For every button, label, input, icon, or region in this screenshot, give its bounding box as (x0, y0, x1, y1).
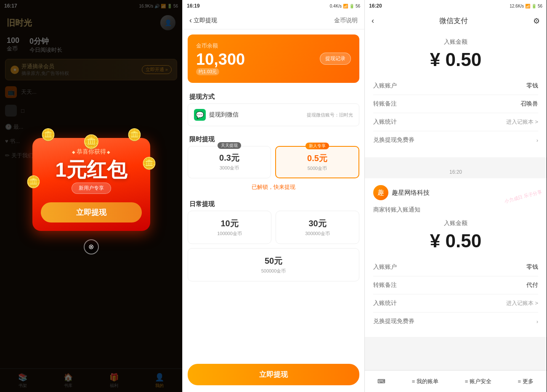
limited-title: 限时提现 (183, 130, 364, 146)
coin-deco-center: 🪙 (83, 134, 100, 150)
account-row-2: 入账账户 零钱 (373, 258, 538, 276)
card-newuser[interactable]: 新人专享 0.5元 5000金币 (275, 146, 359, 178)
card-daily[interactable]: 天天提现 0.3元 3000金币 (188, 146, 271, 178)
wechat-icon: 💬 (194, 109, 206, 121)
status-bar-3: 16:20 12.6K/s 📶 🔋 56 (365, 0, 547, 12)
signal-2: 0.4K/s 📶 🔋 56 (330, 4, 360, 8)
record-button[interactable]: 提现记录 (320, 53, 351, 65)
nav-security[interactable]: = 账户安全 (465, 378, 491, 385)
nav-keyboard[interactable]: ⌨ (377, 378, 385, 384)
signal-3: 12.6K/s 📶 🔋 56 (510, 4, 542, 8)
daily-title: 日常提现 (183, 195, 364, 211)
p3-topbar: ‹ 微信支付 ⚙ (365, 12, 547, 30)
exchange-row-1[interactable]: 兑换提现免费券 › (373, 131, 538, 149)
daily-grid: 10元 100000金币 30元 300000金币 (188, 211, 359, 244)
merchant-name: 趣星网络科技 (392, 189, 430, 197)
redpacket-card: 🪙 🪙 🪙 🪙 🪙 恭喜你获得 1元红包 新用户专享 立即提现 (32, 138, 150, 231)
p3-bottom-nav: ⌨ = 我的账单 = 账户安全 = 更多 (364, 370, 547, 392)
back-arrow-icon: ‹ (189, 16, 192, 25)
exchange-arrow-1: › (536, 137, 538, 143)
coin-side-left: 🪙 (26, 175, 41, 189)
amount-big-1: ¥ 0.50 (373, 49, 538, 70)
daily-card-50[interactable]: 50元 500000金币 (188, 248, 359, 281)
time-2: 16:19 (187, 3, 200, 9)
divider-1 (365, 162, 547, 166)
coin-deco-left: 🪙 (41, 128, 56, 142)
amount-label-1: 入账金额 (373, 38, 538, 46)
balance-card: 金币余额 10,300 约1.03元 提现记录 (188, 34, 359, 83)
time-divider: 16:20 (365, 166, 547, 178)
p3-title: 微信支付 (439, 16, 468, 26)
redpacket-withdraw-button[interactable]: 立即提现 (41, 202, 142, 222)
unlocked-text: 已解锁，快来提现 (183, 183, 364, 191)
stat-row-2: 入账统计 进入记账本 > (373, 294, 538, 313)
notification-text: 商家转账入账通知 (373, 206, 538, 214)
coin-side-right: 🪙 (142, 156, 157, 170)
ledger-link-2[interactable]: 进入记账本 > (506, 299, 538, 307)
coin-description-link[interactable]: 金币说明 (334, 17, 358, 24)
redpacket-overlay: 🪙 🪙 🪙 🪙 🪙 恭喜你获得 1元红包 新用户专享 立即提现 ⊗ (0, 0, 182, 392)
back-button[interactable]: ‹ 立即提现 (189, 16, 217, 25)
time-3: 16:20 (369, 3, 382, 9)
card2-coins: 5000金币 (280, 165, 354, 172)
daily-card-10[interactable]: 10元 100000金币 (188, 211, 271, 244)
coin-deco-right: 🪙 (127, 128, 142, 142)
merchant-card: 趣 趣星网络科技 商家转账入账通知 入账金额 ¥ 0.50 入账账户 零钱 转账… (365, 178, 547, 337)
withdraw-method-title: 提现方式 (183, 88, 364, 103)
settings-icon[interactable]: ⚙ (533, 16, 540, 26)
amount-big-2: ¥ 0.50 (373, 230, 538, 252)
amount-label-2: 入账金额 (373, 220, 538, 227)
remark-row-1: 转账备注 召唤兽 (373, 95, 538, 113)
nav-bill[interactable]: = 我的账单 (412, 378, 438, 385)
withdraw-button[interactable]: 立即提现 (188, 364, 359, 385)
panel3: 16:20 12.6K/s 📶 🔋 56 ‹ 微信支付 ⚙ 入账金额 ¥ 0.5… (364, 0, 547, 392)
panel2: 16:19 0.4K/s 📶 🔋 56 ‹ 立即提现 金币说明 金币余额 10,… (182, 0, 364, 392)
wechat-method[interactable]: 💬 提现到微信 提现微信账号：旧时光 (188, 103, 359, 126)
remark-row-2: 转账备注 代付 (373, 276, 538, 294)
close-button[interactable]: ⊗ (84, 239, 99, 254)
card1-coins: 3000金币 (192, 165, 266, 171)
card2-amount: 0.5元 (280, 153, 354, 164)
card1-amount: 0.3元 (192, 152, 266, 164)
redpacket-badge: 新用户专享 (72, 183, 111, 194)
merchant-logo: 趣 (373, 185, 388, 200)
daily-card-30[interactable]: 30元 300000金币 (276, 211, 359, 244)
stat-row-1: 入账统计 进入记账本 > (373, 113, 538, 131)
panel1: 16:17 16.9K/s 🔊 📶 🔋 56 旧时光 👤 100 金币 0分钟 … (0, 0, 182, 392)
p3-back-button[interactable]: ‹ (372, 16, 374, 25)
status-bar-2: 16:19 0.4K/s 📶 🔋 56 (183, 0, 364, 12)
card-badge-1: 天天提现 (218, 142, 241, 149)
card-badge-2: 新人专享 (305, 143, 329, 149)
ledger-link-1[interactable]: 进入记账本 > (506, 118, 538, 126)
p2-topbar: ‹ 立即提现 金币说明 (183, 12, 364, 29)
limited-cards: 天天提现 0.3元 3000金币 新人专享 0.5元 5000金币 (188, 146, 359, 178)
nav-more[interactable]: = 更多 (518, 378, 533, 385)
exchange-arrow-2: › (536, 318, 538, 325)
exchange-row-2[interactable]: 兑换提现免费券 › (373, 313, 538, 330)
payment-card-1: 入账金额 ¥ 0.50 入账账户 零钱 转账备注 召唤兽 入账统计 进入记账本 … (365, 30, 547, 157)
account-row-1: 入账账户 零钱 (373, 77, 538, 95)
redpacket-amount: 1元红包 (41, 160, 142, 180)
